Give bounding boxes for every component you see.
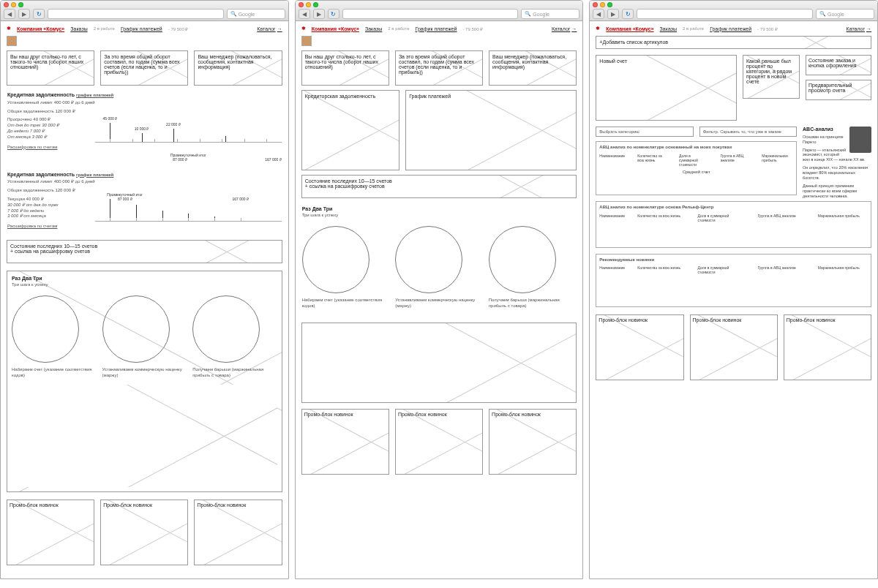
steps-block: Раз Два Три Три шага к успеху Набираем с…: [7, 271, 282, 491]
forward-button[interactable]: ▶: [313, 9, 325, 19]
close-window[interactable]: [4, 2, 9, 7]
minimize-window[interactable]: [11, 2, 16, 7]
reload-button[interactable]: ↻: [33, 9, 45, 19]
avatar[interactable]: [301, 36, 312, 46]
step-2-circle: [395, 226, 462, 293]
catalog-link[interactable]: Каталог →: [257, 26, 282, 31]
search-field[interactable]: 🔍 Google: [816, 9, 874, 19]
card-turnover: За это время общий оборот составил, по г…: [100, 50, 188, 86]
debt-section-2: Кредитная задолженность график платежей …: [7, 170, 282, 235]
browser-chrome: ◀ ▶ ↻ 🔍 Google: [1, 1, 288, 21]
back-button[interactable]: ◀: [299, 9, 310, 19]
close-window[interactable]: [593, 2, 598, 7]
zoom-window[interactable]: [313, 2, 318, 7]
zoom-window[interactable]: [18, 2, 23, 7]
brand-link[interactable]: Компания «Комус»: [312, 26, 359, 31]
promo-2: Промо-блок новинок: [100, 500, 188, 565]
recommendations: Рекомендуемые новинки Наименование Колич…: [596, 254, 871, 308]
promo-1: Промо-блок новинок: [596, 314, 683, 380]
promo-2: Промо-блок новинок: [690, 314, 778, 380]
invoice-preview[interactable]: Предварительный просмотр счета: [806, 80, 871, 100]
browser-window-1: ◀ ▶ ↻ 🔍 Google ✱ Компания «Комус» Заказы…: [0, 0, 289, 579]
schedule-link-2[interactable]: график платежей: [76, 173, 113, 177]
promo-3: Промо-блок новинок: [489, 409, 577, 475]
back-button[interactable]: ◀: [593, 9, 604, 19]
address-bar[interactable]: [637, 9, 813, 19]
reload-button[interactable]: ↻: [328, 9, 339, 19]
catalog-link[interactable]: Каталог →: [552, 26, 577, 31]
pareto-portrait: [849, 127, 871, 153]
card-friend: Вы наш друг столько-то лет, с такого-то …: [301, 50, 389, 86]
minimize-window[interactable]: [600, 2, 605, 7]
payments-link[interactable]: График платежей: [710, 26, 751, 31]
address-bar[interactable]: [342, 9, 519, 19]
step-1-circle: [302, 226, 369, 293]
browser-window-2: ◀ ▶ ↻ 🔍 Google ✱ Компания «Комус» Заказы…: [295, 0, 584, 579]
catalog-link[interactable]: Каталог →: [847, 26, 871, 31]
large-placeholder: [301, 323, 577, 403]
choose-category[interactable]: Выбрать категорию: [596, 127, 693, 137]
decode-link[interactable]: Расшифровка по счетам: [7, 145, 88, 151]
promo-3: Промо-блок новинок: [194, 500, 282, 565]
debt-timeline-1: 45 000 ₽ 10 000 ₽ 22 000 ₽: [95, 109, 282, 153]
browser-window-3: ◀ ▶ ↻ 🔍 Google ✱ Компания «Комус» Заказы…: [589, 0, 878, 579]
debt-timeline-2: Промежуточный итог 87 000 ₽ 167 000 ₽: [95, 188, 282, 232]
card-friend: Вы наш друг столько-то лет, с такого-то …: [7, 50, 94, 86]
step-1-circle: [12, 295, 79, 363]
percent-note: Какой раньше был процент по категории, а…: [743, 55, 800, 99]
top-nav: ✱ Компания «Комус» Заказы 2 в работе Гра…: [7, 26, 282, 31]
creditor-debt: Кредиторская задолженность: [301, 90, 400, 170]
promo-1: Промо-блок новинок: [301, 409, 389, 475]
close-window[interactable]: [299, 2, 304, 7]
abc-block-2: АВЦ анализ по номенклатуре основа Рельеф…: [596, 201, 871, 248]
debt-section-1: Кредитная задолженность график платежей …: [7, 90, 282, 164]
filter-field[interactable]: Фильтр. Скрывать то, что уже в заказе: [699, 127, 797, 137]
forward-button[interactable]: ▶: [607, 9, 619, 19]
card-turnover: За это время общий оборот составил, по г…: [395, 50, 483, 86]
address-bar[interactable]: [48, 9, 224, 19]
abc-block-1: АВЦ анализ по номенклатуре основанный на…: [596, 141, 797, 195]
minimize-window[interactable]: [306, 2, 311, 7]
promo-1: Промо-блок новинок: [7, 500, 94, 565]
step-2-circle: [102, 295, 170, 363]
decode-link-2[interactable]: Расшифровка по счетам: [7, 224, 88, 230]
reload-button[interactable]: ↻: [622, 9, 634, 19]
step-3-circle: [489, 226, 556, 293]
promo-3: Промо-блок новинок: [784, 314, 871, 380]
new-invoice-block: Новый счет: [596, 55, 737, 121]
promo-2: Промо-блок новинок: [395, 409, 483, 475]
card-manager: Ваш менеджер (пожаловаться, сообщения, к…: [489, 50, 577, 86]
payments-link[interactable]: График платежей: [121, 26, 162, 31]
orders-link[interactable]: Заказы: [70, 26, 87, 31]
orders-link[interactable]: Заказы: [660, 26, 677, 31]
avatar[interactable]: [7, 36, 17, 46]
order-state[interactable]: Состояние заказа и кнопка оформления: [806, 55, 871, 75]
payment-schedule-block: График платежей: [405, 90, 577, 170]
forward-button[interactable]: ▶: [18, 9, 30, 19]
card-manager: Ваш менеджер (пожаловаться, сообщения, к…: [194, 50, 282, 86]
last-invoices: Состояние последних 10—15 счетов + ссылк…: [301, 175, 577, 198]
brand-link[interactable]: Компания «Комус»: [17, 26, 64, 31]
abc-explainer: ABC-анализ Основан на принципе Парето Па…: [803, 127, 871, 201]
search-field[interactable]: 🔍 Google: [521, 9, 579, 19]
orders-link[interactable]: Заказы: [365, 26, 382, 31]
last-invoices: Состояние последних 10—15 счетов + ссылк…: [7, 240, 282, 263]
zoom-window[interactable]: [607, 2, 612, 7]
brand-link[interactable]: Компания «Комус»: [606, 26, 653, 31]
step-3-circle: [192, 295, 260, 363]
search-field[interactable]: 🔍 Google: [227, 9, 285, 19]
add-articles[interactable]: +Добавить список артикулов: [596, 36, 871, 49]
payments-link[interactable]: График платежей: [416, 26, 457, 31]
schedule-link[interactable]: график платежей: [76, 93, 113, 97]
back-button[interactable]: ◀: [4, 9, 15, 19]
